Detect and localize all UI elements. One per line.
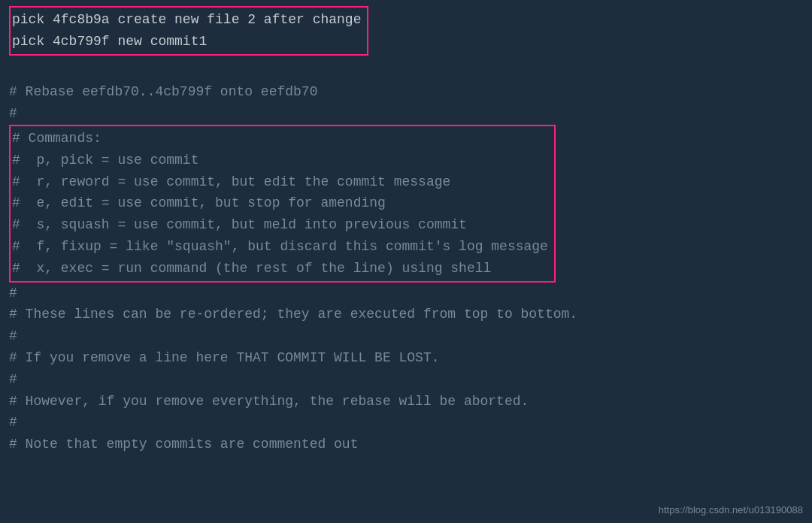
hash-3: # <box>9 283 803 304</box>
remove-warning: # If you remove a line here THAT COMMIT … <box>9 347 803 369</box>
pick-line-1: pick 4fc8b9a create new file 2 after cha… <box>12 9 361 31</box>
cmd-p: # p, pick = use commit <box>12 150 548 171</box>
hash-5: # <box>9 369 803 391</box>
editor-container: pick 4fc8b9a create new file 2 after cha… <box>0 0 812 523</box>
hash-4: # <box>9 325 803 347</box>
reorder-line: # These lines can be re-ordered; they ar… <box>9 304 803 325</box>
cmd-e: # e, edit = use commit, but stop for ame… <box>12 192 548 214</box>
cmd-f: # f, fixup = like "squash", but discard … <box>12 236 548 258</box>
commands-header: # Commands: <box>12 128 548 150</box>
cmd-r: # r, reword = use commit, but edit the c… <box>12 171 548 193</box>
blank-line-1 <box>9 60 803 82</box>
cmd-x: # x, exec = run command (the rest of the… <box>12 258 548 280</box>
pick-line-2: pick 4cb799f new commit1 <box>12 31 361 53</box>
hash-6: # <box>9 412 803 434</box>
cmd-s: # s, squash = use commit, but meld into … <box>12 214 548 236</box>
hash-1: # <box>9 103 803 125</box>
watermark: https://blog.csdn.net/u013190088 <box>659 504 803 515</box>
empty-commits: # Note that empty commits are commented … <box>9 434 803 455</box>
abort-warning: # However, if you remove everything, the… <box>9 391 803 413</box>
rebase-comment: # Rebase eefdb70..4cb799f onto eefdb70 <box>9 81 803 103</box>
